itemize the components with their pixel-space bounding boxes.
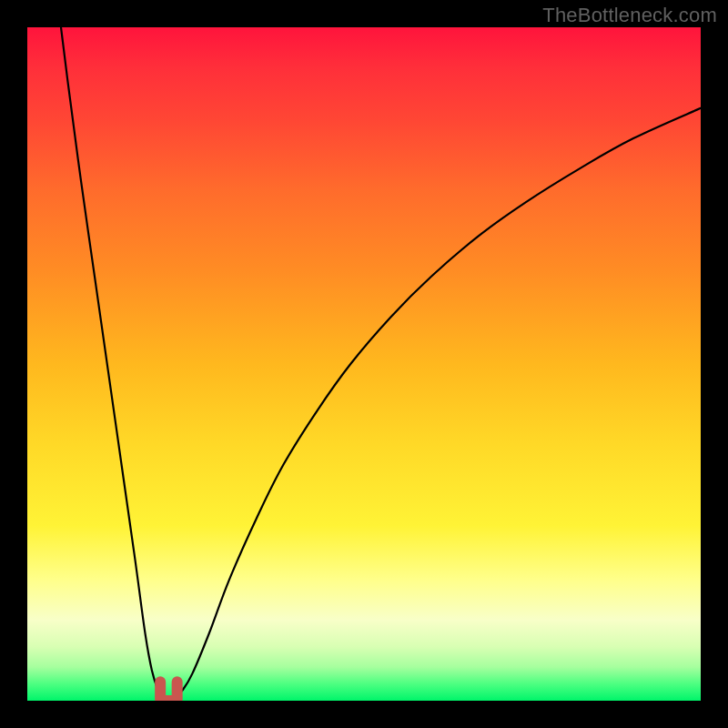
curve-left-branch xyxy=(61,27,162,697)
plot-area xyxy=(27,27,701,701)
curve-right-branch xyxy=(176,108,701,697)
minimum-marker xyxy=(160,682,177,701)
bottleneck-curve-svg xyxy=(27,27,701,701)
chart-frame: TheBottleneck.com xyxy=(0,0,728,728)
watermark-text: TheBottleneck.com xyxy=(542,4,717,27)
